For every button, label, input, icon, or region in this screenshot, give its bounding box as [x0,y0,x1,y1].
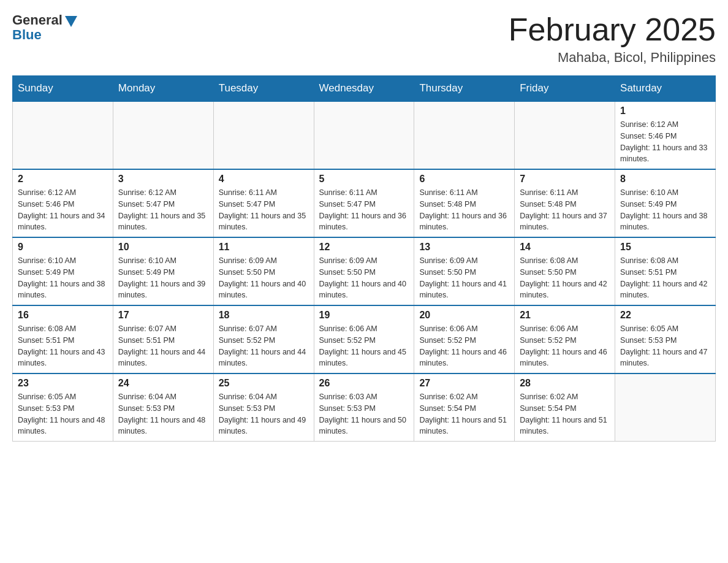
weekday-header-saturday: Saturday [615,76,716,102]
calendar-cell: 23Sunrise: 6:05 AMSunset: 5:53 PMDayligh… [13,373,113,442]
day-number: 6 [419,174,509,185]
calendar-cell: 20Sunrise: 6:06 AMSunset: 5:52 PMDayligh… [414,305,515,373]
calendar-cell: 7Sunrise: 6:11 AMSunset: 5:48 PMDaylight… [515,169,615,237]
weekday-header-thursday: Thursday [414,76,515,102]
day-info: Sunrise: 6:12 AMSunset: 5:46 PMDaylight:… [18,187,108,233]
day-number: 20 [419,310,509,321]
calendar-cell [515,101,615,169]
day-info: Sunrise: 6:06 AMSunset: 5:52 PMDaylight:… [419,323,509,369]
calendar-cell: 5Sunrise: 6:11 AMSunset: 5:47 PMDaylight… [314,169,414,237]
calendar-cell: 22Sunrise: 6:05 AMSunset: 5:53 PMDayligh… [615,305,716,373]
day-info: Sunrise: 6:11 AMSunset: 5:47 PMDaylight:… [219,187,309,233]
day-info: Sunrise: 6:08 AMSunset: 5:50 PMDaylight:… [520,255,610,301]
weekday-header-row: SundayMondayTuesdayWednesdayThursdayFrid… [13,76,716,102]
day-info: Sunrise: 6:11 AMSunset: 5:48 PMDaylight:… [419,187,509,233]
page-header: General Blue February 2025 Mahaba, Bicol… [12,12,716,66]
day-info: Sunrise: 6:02 AMSunset: 5:54 PMDaylight:… [419,391,509,437]
day-info: Sunrise: 6:08 AMSunset: 5:51 PMDaylight:… [18,323,108,369]
logo-blue-text: Blue [12,27,42,43]
calendar-cell: 10Sunrise: 6:10 AMSunset: 5:49 PMDayligh… [113,237,213,305]
day-info: Sunrise: 6:08 AMSunset: 5:51 PMDaylight:… [620,255,710,301]
day-number: 21 [520,310,610,321]
calendar-cell [213,101,314,169]
calendar-cell: 8Sunrise: 6:10 AMSunset: 5:49 PMDaylight… [615,169,716,237]
weekday-header-friday: Friday [515,76,615,102]
calendar-cell: 17Sunrise: 6:07 AMSunset: 5:51 PMDayligh… [113,305,213,373]
day-number: 9 [18,242,108,253]
day-number: 19 [319,310,409,321]
day-info: Sunrise: 6:04 AMSunset: 5:53 PMDaylight:… [219,391,309,437]
day-info: Sunrise: 6:12 AMSunset: 5:47 PMDaylight:… [118,187,208,233]
day-info: Sunrise: 6:10 AMSunset: 5:49 PMDaylight:… [118,255,208,301]
day-info: Sunrise: 6:04 AMSunset: 5:53 PMDaylight:… [118,391,208,437]
calendar-cell [13,101,113,169]
day-number: 17 [118,310,208,321]
calendar-cell [414,101,515,169]
logo-triangle-icon [65,16,77,27]
day-number: 16 [18,310,108,321]
day-number: 28 [520,378,610,389]
day-info: Sunrise: 6:06 AMSunset: 5:52 PMDaylight:… [520,323,610,369]
calendar-cell [113,101,213,169]
calendar-cell [314,101,414,169]
logo: General Blue [12,12,77,43]
day-info: Sunrise: 6:11 AMSunset: 5:48 PMDaylight:… [520,187,610,233]
day-number: 25 [219,378,309,389]
calendar-cell: 2Sunrise: 6:12 AMSunset: 5:46 PMDaylight… [13,169,113,237]
day-number: 8 [620,174,710,185]
calendar-cell: 13Sunrise: 6:09 AMSunset: 5:50 PMDayligh… [414,237,515,305]
day-number: 27 [419,378,509,389]
month-year-title: February 2025 [509,12,716,47]
calendar-week-row: 9Sunrise: 6:10 AMSunset: 5:49 PMDaylight… [13,237,716,305]
day-number: 26 [319,378,409,389]
day-number: 14 [520,242,610,253]
calendar-week-row: 2Sunrise: 6:12 AMSunset: 5:46 PMDaylight… [13,169,716,237]
day-info: Sunrise: 6:09 AMSunset: 5:50 PMDaylight:… [419,255,509,301]
calendar-cell: 24Sunrise: 6:04 AMSunset: 5:53 PMDayligh… [113,373,213,442]
calendar-cell: 11Sunrise: 6:09 AMSunset: 5:50 PMDayligh… [213,237,314,305]
calendar-cell: 15Sunrise: 6:08 AMSunset: 5:51 PMDayligh… [615,237,716,305]
calendar-cell: 16Sunrise: 6:08 AMSunset: 5:51 PMDayligh… [13,305,113,373]
day-info: Sunrise: 6:03 AMSunset: 5:53 PMDaylight:… [319,391,409,437]
day-info: Sunrise: 6:07 AMSunset: 5:51 PMDaylight:… [118,323,208,369]
calendar-cell: 9Sunrise: 6:10 AMSunset: 5:49 PMDaylight… [13,237,113,305]
calendar-cell: 21Sunrise: 6:06 AMSunset: 5:52 PMDayligh… [515,305,615,373]
day-number: 10 [118,242,208,253]
day-info: Sunrise: 6:07 AMSunset: 5:52 PMDaylight:… [219,323,309,369]
calendar-table: SundayMondayTuesdayWednesdayThursdayFrid… [12,75,716,442]
day-number: 2 [18,174,108,185]
calendar-cell: 1Sunrise: 6:12 AMSunset: 5:46 PMDaylight… [615,101,716,169]
day-number: 24 [118,378,208,389]
day-number: 15 [620,242,710,253]
calendar-week-row: 1Sunrise: 6:12 AMSunset: 5:46 PMDaylight… [13,101,716,169]
day-info: Sunrise: 6:09 AMSunset: 5:50 PMDaylight:… [319,255,409,301]
calendar-cell: 26Sunrise: 6:03 AMSunset: 5:53 PMDayligh… [314,373,414,442]
day-info: Sunrise: 6:10 AMSunset: 5:49 PMDaylight:… [18,255,108,301]
day-info: Sunrise: 6:10 AMSunset: 5:49 PMDaylight:… [620,187,710,233]
calendar-cell: 6Sunrise: 6:11 AMSunset: 5:48 PMDaylight… [414,169,515,237]
weekday-header-monday: Monday [113,76,213,102]
weekday-header-tuesday: Tuesday [213,76,314,102]
calendar-cell: 27Sunrise: 6:02 AMSunset: 5:54 PMDayligh… [414,373,515,442]
day-number: 13 [419,242,509,253]
calendar-cell: 3Sunrise: 6:12 AMSunset: 5:47 PMDaylight… [113,169,213,237]
day-number: 23 [18,378,108,389]
location-subtitle: Mahaba, Bicol, Philippines [509,50,716,66]
calendar-week-row: 23Sunrise: 6:05 AMSunset: 5:53 PMDayligh… [13,373,716,442]
day-number: 3 [118,174,208,185]
calendar-cell: 4Sunrise: 6:11 AMSunset: 5:47 PMDaylight… [213,169,314,237]
day-number: 18 [219,310,309,321]
calendar-cell: 14Sunrise: 6:08 AMSunset: 5:50 PMDayligh… [515,237,615,305]
calendar-cell: 12Sunrise: 6:09 AMSunset: 5:50 PMDayligh… [314,237,414,305]
calendar-cell: 18Sunrise: 6:07 AMSunset: 5:52 PMDayligh… [213,305,314,373]
calendar-cell: 19Sunrise: 6:06 AMSunset: 5:52 PMDayligh… [314,305,414,373]
day-info: Sunrise: 6:05 AMSunset: 5:53 PMDaylight:… [620,323,710,369]
calendar-cell [615,373,716,442]
day-number: 12 [319,242,409,253]
day-info: Sunrise: 6:09 AMSunset: 5:50 PMDaylight:… [219,255,309,301]
day-number: 11 [219,242,309,253]
calendar-week-row: 16Sunrise: 6:08 AMSunset: 5:51 PMDayligh… [13,305,716,373]
day-info: Sunrise: 6:05 AMSunset: 5:53 PMDaylight:… [18,391,108,437]
calendar-cell: 28Sunrise: 6:02 AMSunset: 5:54 PMDayligh… [515,373,615,442]
day-info: Sunrise: 6:12 AMSunset: 5:46 PMDaylight:… [620,119,710,165]
